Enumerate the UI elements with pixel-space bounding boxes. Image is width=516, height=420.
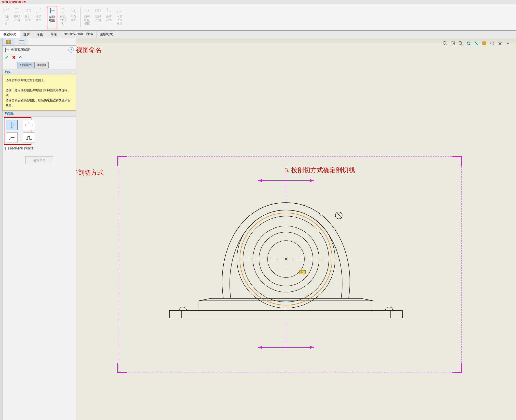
annotation-1: 1. 选择剖面视图命名 xyxy=(76,46,102,54)
drawing-view-content xyxy=(152,171,422,357)
main-area: 剖面视图辅助 ? ✔ ✖ ↶ 剖面视图 半剖面 信息 ⌃ 选择切割线并将其置于视… xyxy=(0,38,516,420)
edit-sketch-button: 编辑草图 xyxy=(25,156,53,164)
confirm-row: ✔ ✖ ↶ xyxy=(2,54,76,61)
collapse-chevron-icon[interactable]: ⌃ xyxy=(71,70,73,74)
std3view-icon xyxy=(3,7,10,14)
ribbon-aux-view[interactable]: 辅助视图 xyxy=(33,6,44,29)
tab-sheet-format[interactable]: 图纸格式 xyxy=(96,31,116,38)
tab-evaluate[interactable]: 评估 xyxy=(47,31,60,38)
auto-start-section-checkbox[interactable] xyxy=(5,147,9,150)
panel-tab-property[interactable] xyxy=(15,38,28,45)
svg-rect-4 xyxy=(25,9,27,12)
svg-rect-3 xyxy=(15,9,19,13)
zoom-fit-icon[interactable] xyxy=(442,40,448,47)
section-mode-tabs: 剖面视图 半剖面 xyxy=(2,61,76,69)
model-view-icon xyxy=(14,7,20,14)
ribbon-label: 断裂视图 xyxy=(95,15,101,22)
cutline-section-header: 切割线 ⌃ xyxy=(2,110,76,117)
tab-addins[interactable]: SOLIDWORKS 插件 xyxy=(60,31,96,38)
ribbon-label: 标准三视图 xyxy=(3,15,9,25)
undo-button[interactable]: ↶ xyxy=(19,55,22,60)
cutline-vertical[interactable] xyxy=(6,120,18,130)
cutline-aligned[interactable] xyxy=(6,132,18,143)
tab-annotation[interactable]: 注解 xyxy=(20,31,33,38)
selection-corner xyxy=(117,363,127,373)
ribbon-alt-pos-view[interactable]: 交替位置视图 xyxy=(114,6,125,29)
shaded-icon[interactable] xyxy=(489,40,495,47)
panel-tabstrip xyxy=(2,38,76,46)
tab-view-layout[interactable]: 视图布局 xyxy=(0,31,20,38)
svg-marker-45 xyxy=(258,346,262,349)
ribbon-remove-section[interactable]: 移除的剖面 xyxy=(58,6,68,29)
feature-tree-icon xyxy=(6,39,12,44)
help-button[interactable]: ? xyxy=(68,47,74,52)
info-line: 选项：使用剖面视图弹出窗口向切割线添加偏移。 xyxy=(6,88,73,93)
break-view-icon xyxy=(95,7,101,14)
info-message-box: 选择切割线并将其置于视图上。 选项：使用剖面视图弹出窗口向切割线添加偏移。 或 … xyxy=(2,75,76,110)
svg-rect-35 xyxy=(483,42,486,45)
mode-half-section[interactable]: 半剖面 xyxy=(34,62,49,68)
svg-rect-1 xyxy=(6,8,9,10)
selection-corner xyxy=(452,156,462,166)
ok-button[interactable]: ✔ xyxy=(5,55,9,60)
ribbon-crop-view[interactable]: 裁剪视图 xyxy=(104,6,114,29)
ribbon-projected-view[interactable]: 投影视图 xyxy=(23,6,33,29)
remove-section-icon xyxy=(59,7,66,14)
ribbon-toolbar: 标准三视图 模型视图 投影视图 辅助视图 剖面视图 移除的剖面 局部视图 断开的… xyxy=(0,4,516,31)
zoom-prev-icon[interactable]: - xyxy=(458,40,464,47)
cutline-options-grid xyxy=(4,118,31,144)
ribbon-label: 模型视图 xyxy=(14,15,20,22)
svg-marker-46 xyxy=(310,346,314,349)
section-view-icon xyxy=(49,7,55,14)
projected-view-icon xyxy=(24,7,31,14)
svg-marker-43 xyxy=(310,179,314,182)
svg-point-27 xyxy=(11,137,12,138)
drawing-canvas[interactable]: - 1. 选择剖面视图命名 2. 选择剖切方式 3. 按剖切方式确定剖切线 xyxy=(76,38,516,420)
mode-full-section[interactable]: 剖面视图 xyxy=(17,62,34,68)
svg-rect-10 xyxy=(95,9,97,12)
svg-rect-15 xyxy=(9,40,11,41)
ribbon-section-view[interactable]: 剖面视图 xyxy=(47,6,57,29)
svg-point-38 xyxy=(499,43,501,44)
panel-title: 剖面视图辅助 xyxy=(11,48,30,52)
hide-show-icon[interactable] xyxy=(497,40,503,47)
section-display-icon[interactable] xyxy=(473,40,480,47)
auto-start-section-row: 自动启动剖面实体 xyxy=(2,145,76,152)
ribbon-separator xyxy=(45,7,45,27)
property-manager-panel: 剖面视图辅助 ? ✔ ✖ ↶ 剖面视图 半剖面 信息 ⌃ 选择切割线并将其置于视… xyxy=(2,38,76,420)
cutline-header-label: 切割线 xyxy=(5,112,14,116)
cancel-button[interactable]: ✖ xyxy=(12,55,15,60)
more-options-icon[interactable] xyxy=(505,40,511,47)
svg-point-9 xyxy=(71,8,75,12)
ribbon-detail-view[interactable]: 局部视图 xyxy=(68,6,79,29)
app-title-bar: SOLIDWORKS xyxy=(0,0,516,4)
panel-tab-feature-tree[interactable] xyxy=(2,38,15,45)
ribbon-broken-section[interactable]: 断开的剖视图 xyxy=(82,6,92,29)
ribbon-label: 移除的剖面 xyxy=(60,15,66,25)
display-state-icon[interactable] xyxy=(481,40,488,47)
svg-point-36 xyxy=(490,42,494,45)
ribbon-model-view[interactable]: 模型视图 xyxy=(12,6,22,29)
annotation-2: 2. 选择剖切方式 xyxy=(76,168,104,177)
svg-rect-17 xyxy=(9,42,11,44)
svg-rect-14 xyxy=(6,40,8,41)
aux-view-icon xyxy=(35,7,42,14)
ribbon-break-view[interactable]: 断裂视图 xyxy=(93,6,103,29)
ribbon-label: 交替位置视图 xyxy=(117,15,122,25)
info-line: 选择切割线并将其置于视图上。 xyxy=(6,78,73,83)
broken-section-icon xyxy=(84,7,91,14)
info-line: 或 xyxy=(6,93,73,98)
ribbon-label: 投影视图 xyxy=(25,15,31,22)
rotate-view-icon[interactable] xyxy=(465,40,472,47)
alt-pos-view-icon xyxy=(116,7,123,14)
selection-corner xyxy=(452,363,462,373)
collapse-chevron-icon[interactable]: ⌃ xyxy=(71,112,73,115)
tab-sketch[interactable]: 草图 xyxy=(33,31,47,38)
ribbon-std3view[interactable]: 标准三视图 xyxy=(1,6,11,29)
cutline-horizontal[interactable] xyxy=(23,120,35,130)
cutline-offset[interactable] xyxy=(23,132,35,143)
zoom-area-icon[interactable] xyxy=(450,40,456,47)
ribbon-separator xyxy=(80,7,81,27)
section-view-assist-icon xyxy=(4,47,9,52)
crop-view-icon xyxy=(105,7,112,14)
